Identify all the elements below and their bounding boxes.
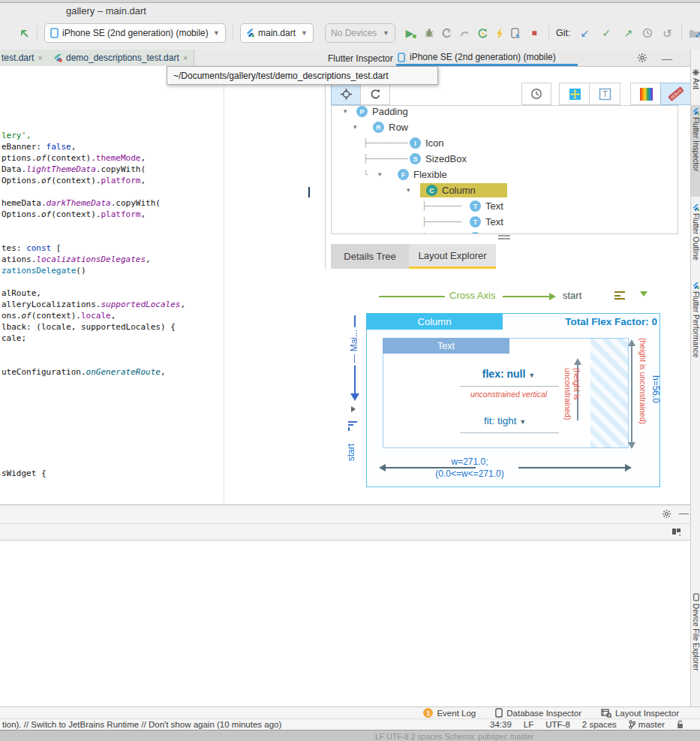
tab-details-tree[interactable]: Details Tree <box>331 244 410 269</box>
code-line: ons.of(context).locale, <box>2 310 116 321</box>
tree-row-sizedbox[interactable]: ├────────SSizedBox <box>332 151 677 167</box>
profile-button[interactable] <box>441 28 452 38</box>
git-update-button[interactable]: ↙ <box>577 28 592 38</box>
debug-banner-button[interactable]: DEBUG <box>660 83 692 105</box>
refresh-tree-button[interactable] <box>360 83 390 105</box>
flex-value-dropdown[interactable]: flex: null ▼ <box>464 368 554 380</box>
code-line: Data.lightThemeData.copyWith( <box>2 164 146 175</box>
toolbar-separator <box>37 25 38 41</box>
dropdown-underline <box>460 386 559 387</box>
file-encoding[interactable]: UTF-8 <box>545 720 570 729</box>
layout-explorer: Cross Axis start — Mai... start Column T… <box>325 269 690 505</box>
run-config-selector[interactable]: main.dart ▼ <box>240 23 314 43</box>
sidebar-tab-label: Ant <box>692 78 700 89</box>
layout-inspector-button[interactable]: Layout Inspector <box>601 709 679 718</box>
branch-icon <box>629 720 635 729</box>
inspector-settings-gear-icon[interactable] <box>637 53 647 63</box>
slow-animations-button[interactable] <box>521 83 551 105</box>
chevron-down-icon[interactable]: ▾ <box>378 170 382 178</box>
git-history-button[interactable] <box>642 28 653 38</box>
hot-reload-button[interactable] <box>495 28 504 39</box>
column-widget-header[interactable]: Column <box>366 313 503 330</box>
tree-row-padding[interactable]: ▾PPadding <box>332 105 677 119</box>
height-arrowhead <box>574 358 581 365</box>
tree-row-flexible[interactable]: └▾FFlexible <box>332 167 677 182</box>
chevron-down-icon[interactable]: ▾ <box>344 107 347 115</box>
fit-value-dropdown[interactable]: fit: tight ▼ <box>464 415 546 426</box>
git-commit-button[interactable]: ✓ <box>599 28 614 38</box>
inspector-device-tab[interactable]: iPhone SE (2nd generation) (mobile) <box>398 52 556 62</box>
splitter-handle[interactable] <box>498 235 510 236</box>
chevron-down-icon[interactable]: ▾ <box>407 186 410 194</box>
main-axis-alignment-value[interactable]: start <box>346 444 356 461</box>
show-baselines-button[interactable]: T <box>589 83 620 105</box>
git-rollback-button[interactable]: ↺ <box>659 28 674 39</box>
sidebar-tab-flutter-performance[interactable]: Flutter Performance <box>691 279 700 378</box>
text-widget-header[interactable]: Text <box>383 338 509 354</box>
panel-settings-gear-icon[interactable] <box>662 509 671 519</box>
widget-tree[interactable]: ▾PPadding▾RRow├────────IIcon├────────SSi… <box>331 105 678 234</box>
target-device-selector[interactable]: No Devices ▼ <box>325 23 395 43</box>
select-widget-mode-button[interactable] <box>331 83 361 105</box>
flutter-icon <box>692 204 699 211</box>
tree-row-text[interactable]: ├───────TText <box>332 214 677 230</box>
caret-position[interactable]: 34:39 <box>490 720 512 729</box>
status-bar: tion). // Switch to JetBrains Runtime //… <box>0 718 700 730</box>
chevron-down-icon: ▼ <box>519 418 526 426</box>
database-inspector-button[interactable]: Database Inspector <box>495 708 581 718</box>
event-log-button[interactable]: 1 Event Log <box>423 708 476 718</box>
lock-icon[interactable] <box>677 720 683 729</box>
chevron-down-icon[interactable] <box>640 291 647 297</box>
debug-button[interactable] <box>424 28 434 38</box>
show-guidelines-button[interactable] <box>559 83 590 105</box>
widget-type-badge: R <box>373 122 384 133</box>
open-devtools-button[interactable] <box>511 28 520 39</box>
layout-settings-icon[interactable] <box>671 527 683 537</box>
chevron-down-icon: ▼ <box>213 29 220 37</box>
sidebar-tab-device-file-explorer[interactable]: Device File Explorer <box>691 590 700 704</box>
indent-setting[interactable]: 2 spaces <box>582 720 617 729</box>
tree-row-column[interactable]: ▾CColumn <box>332 182 677 198</box>
cross-axis-alignment-value[interactable]: start <box>563 290 581 301</box>
code-line: ptions.of(context).themeMode, <box>2 152 146 164</box>
code-editor[interactable] <box>0 66 325 505</box>
code-line: eBanner: false, <box>2 141 76 152</box>
main-alignment-icon[interactable] <box>348 421 357 431</box>
splitter-handle[interactable] <box>498 238 510 239</box>
notification-text[interactable]: tion). // Switch to JetBrains Runtime //… <box>2 720 281 729</box>
tab-layout-explorer[interactable]: Layout Explorer <box>409 244 496 269</box>
stop-button[interactable]: ■ <box>527 29 542 38</box>
sidebar-tab-flutter-outline[interactable]: Flutter Outline <box>691 201 700 275</box>
flutter-attach-icon[interactable] <box>18 27 30 39</box>
sidebar-tab-flutter-inspector[interactable]: Flutter Inspector <box>691 105 700 197</box>
refresh-icon <box>370 89 381 100</box>
tree-row-icon[interactable]: ├────────IIcon <box>332 135 677 151</box>
project-structure-icon[interactable] <box>689 28 700 38</box>
inspector-panel-title: Flutter Inspector <box>328 53 393 64</box>
tab-test-dart[interactable]: test.dart × <box>0 50 50 66</box>
tree-row-text[interactable]: ├───────TText <box>332 198 677 214</box>
hide-panel-icon[interactable]: — <box>679 508 689 519</box>
tree-row-clipped[interactable]: │T <box>332 230 677 234</box>
tree-row-row[interactable]: ▾RRow <box>332 119 677 135</box>
tab-demo-descriptions-test-dart[interactable]: demo_descriptions_test.dart × <box>47 50 194 66</box>
debug-banner-icon: DEBUG <box>668 86 684 101</box>
event-count-badge: 1 <box>423 708 433 718</box>
sidebar-tab-ant[interactable]: Ant <box>691 66 700 101</box>
chevron-down-icon[interactable]: ▾ <box>353 123 357 131</box>
run-button[interactable]: ▶ <box>402 28 417 38</box>
device-selector[interactable]: iPhone SE (2nd generation) (mobile) ▼ <box>44 23 226 43</box>
git-push-button[interactable]: ↗ <box>620 28 635 38</box>
expander-triangle-icon[interactable] <box>351 406 356 412</box>
close-icon[interactable]: × <box>38 53 42 62</box>
alignment-icon[interactable] <box>614 291 625 300</box>
bottom-panel-toolbar <box>0 524 690 541</box>
hide-panel-icon[interactable]: — <box>662 53 672 65</box>
tool-window-bar: 1 Event Log Database Inspector Layout In… <box>0 706 700 718</box>
highlight-repaints-button[interactable] <box>630 83 662 105</box>
hot-restart-button[interactable] <box>477 28 488 39</box>
close-icon[interactable]: × <box>183 53 188 62</box>
attach-profiler-button[interactable] <box>459 28 470 38</box>
line-separator[interactable]: LF <box>524 720 533 729</box>
git-branch-widget[interactable]: master <box>629 720 665 729</box>
